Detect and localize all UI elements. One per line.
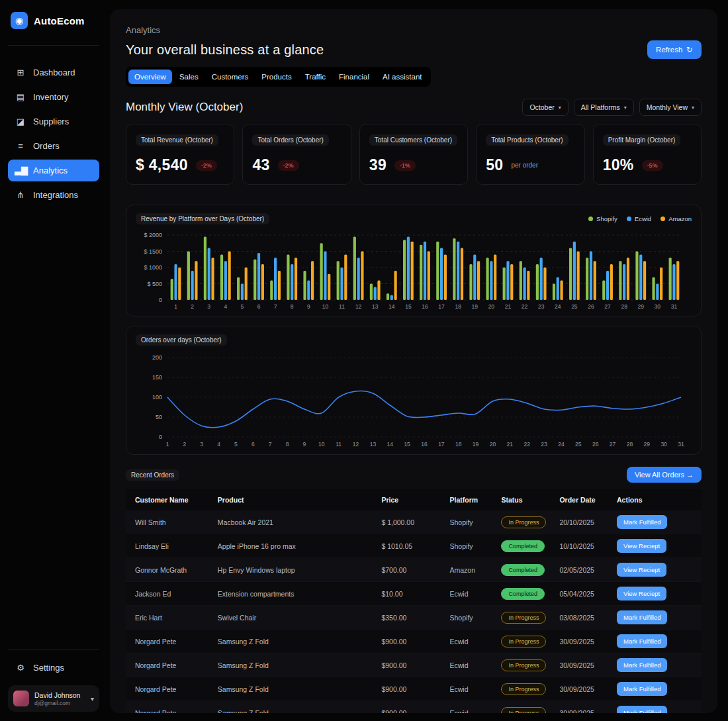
orders-table-header: Customer Name Product Price Platform Sta… bbox=[126, 489, 702, 510]
tab-sales[interactable]: Sales bbox=[173, 70, 205, 84]
stat-label: Total Orders (October) bbox=[252, 134, 328, 146]
chevron-down-icon: ▾ bbox=[91, 695, 94, 702]
revenue-bar-chart: 0$ 500$ 1000$ 1500$ 20001234567891011121… bbox=[136, 230, 692, 311]
tab-label: Financial bbox=[339, 73, 369, 81]
cell-product: Samsung Z Fold bbox=[211, 677, 375, 701]
user-card[interactable]: David Johnson dj@gmail.com ▾ bbox=[8, 685, 99, 712]
sidebar-divider bbox=[8, 45, 99, 46]
monthly-view-title: Monthly View (October) bbox=[126, 101, 243, 114]
svg-text:2: 2 bbox=[183, 441, 186, 448]
svg-text:100: 100 bbox=[152, 394, 162, 401]
table-row: Norgard Pete Samsung Z Fold $900.00 Ecwi… bbox=[126, 677, 702, 701]
svg-text:23: 23 bbox=[541, 441, 547, 448]
refresh-button[interactable]: Refresh ↻ bbox=[647, 40, 702, 59]
svg-text:$ 2000: $ 2000 bbox=[144, 232, 162, 238]
order-action-button[interactable]: Mark Fulfilled bbox=[617, 515, 668, 529]
cell-order-date: 03/08/2025 bbox=[553, 606, 610, 630]
svg-text:7: 7 bbox=[274, 303, 277, 310]
order-action-button[interactable]: View Reciept bbox=[617, 539, 666, 553]
svg-text:5: 5 bbox=[234, 441, 238, 448]
order-action-button[interactable]: View Reciept bbox=[617, 587, 666, 601]
svg-text:0: 0 bbox=[159, 297, 162, 303]
stat-value: $ 4,540 bbox=[136, 156, 188, 174]
orders-line-chart: 0501001502001234567891011121314151617181… bbox=[136, 351, 692, 449]
orders-table-body: Will Smith Macbook Air 2021 $ 1,000.00 S… bbox=[126, 510, 702, 713]
status-badge: In Progress bbox=[501, 683, 546, 695]
sidebar-item-dashboard[interactable]: ⊞ Dashboard bbox=[8, 62, 99, 83]
svg-text:11: 11 bbox=[336, 441, 341, 448]
tab-customers[interactable]: Customers bbox=[206, 70, 255, 84]
refresh-icon: ↻ bbox=[686, 45, 693, 54]
tab-label: Overview bbox=[134, 73, 166, 81]
cell-order-date: 02/05/2025 bbox=[553, 558, 610, 582]
orders-table: Customer Name Product Price Platform Sta… bbox=[126, 489, 702, 713]
sidebar-item-label: Dashboard bbox=[33, 68, 75, 77]
cell-price: $900.00 bbox=[375, 630, 443, 653]
cell-price: $ 1010.05 bbox=[375, 534, 443, 558]
sidebar-item-orders[interactable]: ≡ Orders bbox=[8, 135, 99, 157]
svg-text:31: 31 bbox=[671, 303, 678, 310]
cell-product: Swivel Chair bbox=[211, 606, 375, 630]
orders-chart-title: Orders over days (October) bbox=[136, 334, 227, 346]
order-action-button[interactable]: Mark Fulfilled bbox=[617, 610, 668, 624]
svg-text:30: 30 bbox=[655, 303, 661, 310]
view-filter[interactable]: Monthly View ▾ bbox=[639, 99, 702, 116]
suppliers-icon: ◪ bbox=[15, 117, 26, 126]
cell-product: Samsung Z Fold bbox=[211, 630, 375, 653]
main-panel: Analytics Your overall business at a gla… bbox=[110, 9, 717, 713]
cell-platform: Shopify bbox=[443, 606, 495, 630]
tab-traffic[interactable]: Traffic bbox=[299, 70, 332, 84]
sidebar-divider-bottom bbox=[8, 649, 99, 650]
column-header-order-date: Order Date bbox=[553, 489, 610, 510]
cell-platform: Ecwid bbox=[443, 582, 495, 606]
tab-products[interactable]: Products bbox=[255, 70, 297, 84]
svg-text:4: 4 bbox=[217, 441, 220, 448]
order-action-button[interactable]: View Reciept bbox=[617, 563, 666, 577]
tab-label: Sales bbox=[179, 73, 199, 81]
month-filter[interactable]: October ▾ bbox=[522, 99, 568, 116]
order-action-button[interactable]: Mark Fulfilled bbox=[617, 682, 668, 696]
tab-overview[interactable]: Overview bbox=[128, 70, 172, 84]
status-badge: In Progress bbox=[501, 659, 546, 671]
settings-button[interactable]: ⚙ Settings bbox=[8, 657, 99, 679]
legend-item: Ecwid bbox=[627, 215, 651, 222]
sidebar-item-integrations[interactable]: ⋔ Integrations bbox=[8, 184, 99, 206]
sidebar-item-inventory[interactable]: ▤ Inventory bbox=[8, 86, 99, 108]
cell-customer: Norgard Pete bbox=[126, 701, 211, 714]
status-badge: In Progress bbox=[501, 516, 546, 528]
tab-bar: Overview Sales Customers Products Traffi… bbox=[126, 67, 431, 87]
svg-text:11: 11 bbox=[339, 303, 345, 310]
svg-text:29: 29 bbox=[644, 441, 651, 448]
revenue-chart-title: Revenue by Platform over Days (October) bbox=[136, 213, 269, 224]
cell-customer: Eric Hart bbox=[126, 606, 211, 630]
order-action-button[interactable]: Mark Fulfilled bbox=[617, 706, 668, 713]
tab-label: Customers bbox=[212, 73, 249, 81]
svg-text:19: 19 bbox=[473, 441, 479, 448]
tab-financial[interactable]: Financial bbox=[333, 70, 375, 84]
refresh-button-label: Refresh bbox=[656, 46, 682, 54]
filter-label: Monthly View bbox=[647, 103, 688, 111]
cell-product: Samsung Z Fold bbox=[211, 701, 375, 714]
svg-text:19: 19 bbox=[472, 303, 478, 310]
cell-product: Macbook Air 2021 bbox=[211, 510, 375, 534]
chevron-down-icon: ▾ bbox=[624, 105, 627, 111]
order-action-button[interactable]: Mark Fulfilled bbox=[617, 634, 668, 648]
svg-text:6: 6 bbox=[251, 441, 255, 448]
chevron-down-icon: ▾ bbox=[559, 105, 561, 111]
app-logo-icon: ◉ bbox=[11, 12, 28, 29]
platform-filter[interactable]: All Platforms ▾ bbox=[574, 99, 634, 116]
status-badge: Completed bbox=[501, 588, 545, 600]
sidebar-item-suppliers[interactable]: ◪ Suppliers bbox=[8, 111, 99, 132]
table-row: Jackson Ed Extension compartments $10.00… bbox=[126, 582, 702, 606]
svg-text:17: 17 bbox=[438, 303, 445, 310]
cell-price: $350.00 bbox=[375, 606, 443, 630]
tab-ai-assistant[interactable]: AI assistant bbox=[377, 70, 428, 84]
analytics-icon: ▃▇ bbox=[15, 166, 26, 175]
user-email: dj@gmail.com bbox=[34, 700, 85, 706]
sidebar-item-analytics[interactable]: ▃▇ Analytics bbox=[8, 160, 99, 181]
view-all-orders-button[interactable]: View All Orders → bbox=[627, 467, 702, 483]
svg-text:7: 7 bbox=[269, 441, 272, 448]
sidebar-item-label: Integrations bbox=[33, 190, 78, 200]
sidebar-item-label: Analytics bbox=[33, 166, 68, 175]
order-action-button[interactable]: Mark Fulfilled bbox=[617, 658, 668, 672]
